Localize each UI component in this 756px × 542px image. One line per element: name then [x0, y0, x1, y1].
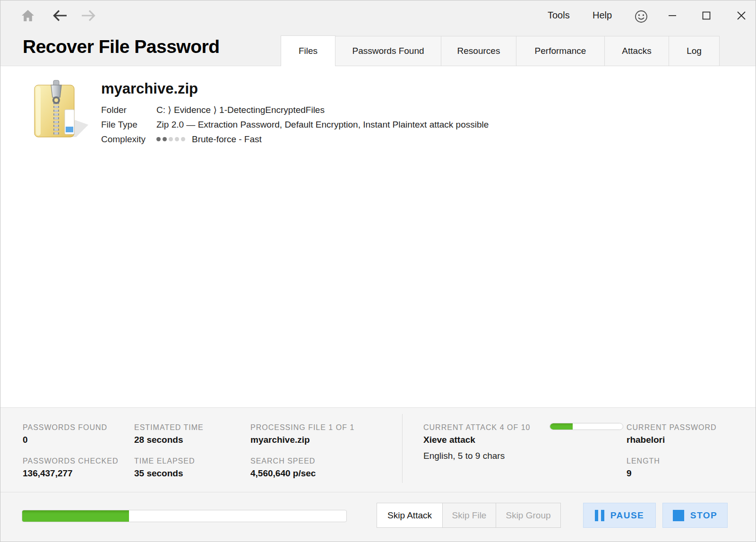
stop-button[interactable]: STOP	[662, 503, 728, 528]
pause-icon	[595, 510, 604, 521]
tab-log[interactable]: Log	[669, 36, 720, 66]
stat-current-password: CURRENT PASSWORD rhabelori	[627, 423, 717, 445]
stat-label: CURRENT PASSWORD	[627, 423, 717, 432]
page-title: Recover File Password	[23, 36, 220, 57]
tab-bar: Files Passwords Found Resources Performa…	[281, 35, 720, 66]
stat-label: SEARCH SPEED	[250, 457, 316, 465]
back-arrow-icon	[52, 9, 68, 23]
app-window: Tools Help Recover File Passwo	[0, 0, 756, 542]
complexity-label: Complexity	[101, 134, 156, 144]
stat-value: 28 seconds	[134, 435, 204, 445]
complexity-dot	[163, 137, 167, 141]
stat-label: PROCESSING FILE 1 OF 1	[250, 423, 354, 432]
stat-label: TIME ELAPSED	[134, 457, 195, 465]
stat-passwords-found: PASSWORDS FOUND 0	[23, 423, 107, 445]
overall-progress-fill	[22, 510, 129, 522]
smiley-icon	[634, 9, 648, 24]
tab-performance[interactable]: Performance	[516, 36, 605, 66]
home-icon	[20, 8, 35, 23]
forward-button[interactable]	[79, 6, 98, 25]
footer-bar: Skip Attack Skip File Skip Group PAUSE S…	[0, 492, 756, 542]
pause-button[interactable]: PAUSE	[583, 503, 656, 528]
files-panel: myarchive.zip Folder C: ⟩ Evidence ⟩ 1-D…	[0, 66, 756, 407]
file-type-label: File Type	[101, 120, 156, 129]
attack-progress-fill	[550, 423, 573, 430]
back-button[interactable]	[51, 6, 69, 25]
maximize-button[interactable]	[698, 7, 715, 24]
attack-name: Xieve attack	[423, 435, 530, 445]
folder-path: C: ⟩ Evidence ⟩ 1-DetectingEncryptedFile…	[156, 105, 325, 115]
length-value: 9	[627, 468, 660, 479]
file-details: Folder C: ⟩ Evidence ⟩ 1-DetectingEncryp…	[101, 105, 489, 149]
stop-icon	[673, 510, 684, 521]
stat-value: 35 seconds	[134, 468, 195, 479]
complexity-dot	[169, 137, 173, 141]
overall-progress-bar	[22, 510, 347, 522]
close-button[interactable]	[733, 7, 750, 24]
status-strip: PASSWORDS FOUND 0 ESTIMATED TIME 28 seco…	[0, 407, 756, 492]
zip-file-icon	[28, 77, 90, 144]
tab-attacks[interactable]: Attacks	[604, 36, 669, 66]
skip-group-button[interactable]: Skip Group	[496, 503, 561, 528]
file-type-row: File Type Zip 2.0 — Extraction Password,…	[101, 120, 489, 129]
skip-file-button[interactable]: Skip File	[442, 503, 496, 528]
stat-value: 4,560,640 p/sec	[250, 468, 316, 479]
tab-resources[interactable]: Resources	[441, 36, 516, 66]
stat-current-attack: CURRENT ATTACK 4 OF 10 Xieve attack Engl…	[423, 423, 530, 461]
stat-time-elapsed: TIME ELAPSED 35 seconds	[134, 457, 195, 479]
stop-label: STOP	[690, 510, 717, 521]
folder-label: Folder	[101, 105, 156, 115]
stat-label: PASSWORDS FOUND	[23, 423, 107, 432]
complexity-dot	[181, 137, 185, 141]
complexity-row: Complexity Brute-force - Fast	[101, 134, 489, 144]
close-icon	[737, 11, 746, 20]
stat-search-speed: SEARCH SPEED 4,560,640 p/sec	[250, 457, 316, 479]
stat-estimated-time: ESTIMATED TIME 28 seconds	[134, 423, 204, 445]
tab-passwords-found[interactable]: Passwords Found	[335, 36, 441, 66]
complexity-dot	[175, 137, 179, 141]
complexity-dot	[156, 137, 161, 141]
stat-label: ESTIMATED TIME	[134, 423, 204, 432]
pause-label: PAUSE	[610, 510, 644, 521]
file-folder-row: Folder C: ⟩ Evidence ⟩ 1-DetectingEncryp…	[101, 105, 489, 115]
status-divider	[402, 414, 403, 483]
home-button[interactable]	[18, 6, 37, 25]
tab-files[interactable]: Files	[281, 35, 335, 66]
stat-value: myarchive.zip	[250, 435, 354, 445]
menu-help[interactable]: Help	[593, 10, 612, 21]
stat-length: LENGTH 9	[627, 457, 660, 479]
minimize-button[interactable]	[664, 7, 681, 24]
stat-label: PASSWORDS CHECKED	[23, 457, 119, 465]
feedback-button[interactable]	[632, 7, 651, 26]
stat-label: CURRENT ATTACK 4 OF 10	[423, 423, 530, 432]
stat-passwords-checked: PASSWORDS CHECKED 136,437,277	[23, 457, 119, 479]
attack-progress-bar	[550, 423, 623, 430]
current-password-value: rhabelori	[627, 435, 717, 445]
stat-label: LENGTH	[627, 457, 660, 465]
menu-tools[interactable]: Tools	[548, 10, 570, 21]
forward-arrow-icon	[80, 9, 96, 23]
complexity-value: Brute-force - Fast	[192, 134, 262, 144]
stat-value: 0	[23, 435, 107, 445]
maximize-icon	[702, 11, 711, 20]
complexity-dots	[156, 137, 187, 141]
file-type-value: Zip 2.0 — Extraction Password, Default E…	[156, 120, 489, 129]
stat-value: 136,437,277	[23, 468, 119, 479]
minimize-icon	[668, 11, 677, 20]
attack-detail: English, 5 to 9 chars	[423, 451, 530, 461]
stat-processing-file: PROCESSING FILE 1 OF 1 myarchive.zip	[250, 423, 354, 445]
file-name: myarchive.zip	[101, 80, 198, 97]
header: Tools Help Recover File Passwo	[0, 0, 756, 66]
skip-attack-button[interactable]: Skip Attack	[377, 503, 443, 528]
